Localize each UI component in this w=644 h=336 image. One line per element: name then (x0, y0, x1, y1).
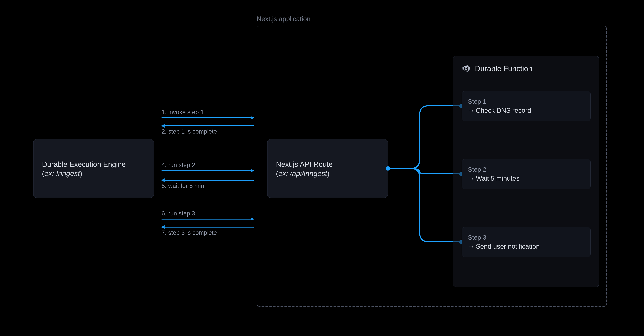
api-example: ex: /api/inngest (278, 170, 327, 178)
app-container-label: Next.js application (257, 15, 310, 23)
message-row-2: 2. step 1 is complete (162, 125, 254, 135)
message-row-4: 5. wait for 5 min (162, 180, 254, 189)
arrow-left-icon (162, 180, 254, 181)
api-route-box: Next.js API Route (ex: /api/inngest) (267, 139, 388, 198)
message-row-1: 1. invoke step 1 (162, 109, 254, 118)
engine-title: Durable Execution Engine (42, 159, 145, 169)
step-2-body-text: Wait 5 minutes (476, 175, 520, 182)
api-route-title: Next.js API Route (276, 159, 379, 169)
engine-example-suffix: ) (80, 170, 82, 178)
arrow-left-icon (162, 125, 254, 126)
step-2-title: Step 2 (468, 166, 584, 173)
step-3-body: →Send user notification (468, 243, 584, 250)
cpu-icon (462, 64, 471, 73)
step-3-title: Step 3 (468, 234, 584, 241)
message-row-6: 7. step 3 is complete (162, 227, 254, 236)
svg-rect-5 (465, 68, 467, 70)
message-label-5: 6. run step 3 (162, 210, 254, 217)
step-1-title: Step 1 (468, 98, 584, 105)
message-label-4: 5. wait for 5 min (162, 182, 254, 189)
engine-box: Durable Execution Engine (ex: Inngest) (33, 139, 154, 198)
arrow-right-icon (162, 219, 254, 219)
step-2-body: →Wait 5 minutes (468, 175, 584, 182)
arrow-glyph: → (468, 107, 474, 114)
step-3-body-text: Send user notification (476, 243, 540, 250)
engine-subtitle: (ex: Inngest) (42, 169, 145, 178)
step-card-3: Step 3 →Send user notification (462, 227, 590, 257)
arrow-right-icon (162, 170, 254, 171)
api-route-subtitle: (ex: /api/inngest) (276, 169, 379, 178)
engine-example: ex: Inngest (44, 170, 80, 178)
message-label-3: 4. run step 2 (162, 162, 254, 168)
svg-rect-4 (464, 66, 468, 71)
step-1-body: →Check DNS record (468, 107, 584, 114)
message-label-6: 7. step 3 is complete (162, 229, 254, 236)
api-example-suffix: ) (327, 170, 330, 178)
engine-example-prefix: ( (42, 170, 44, 178)
message-row-5: 6. run step 3 (162, 210, 254, 219)
step-1-body-text: Check DNS record (476, 107, 531, 114)
api-example-prefix: ( (276, 170, 278, 178)
diagram-stage: Durable Execution Engine (ex: Inngest) 1… (0, 0, 644, 336)
message-label-2: 2. step 1 is complete (162, 128, 254, 135)
durable-function-header: Durable Function (462, 64, 590, 73)
arrow-right-icon (162, 117, 254, 118)
message-label-1: 1. invoke step 1 (162, 109, 254, 116)
durable-function-title: Durable Function (475, 64, 532, 73)
connector-fanout (388, 56, 461, 287)
step-card-2: Step 2 →Wait 5 minutes (462, 159, 590, 189)
arrow-glyph: → (468, 175, 474, 182)
arrow-left-icon (162, 227, 254, 227)
arrow-glyph: → (468, 243, 474, 250)
durable-function-box: Durable Function Step 1 →Check DNS recor… (453, 56, 599, 287)
message-row-3: 4. run step 2 (162, 162, 254, 171)
step-card-1: Step 1 →Check DNS record (462, 91, 590, 121)
